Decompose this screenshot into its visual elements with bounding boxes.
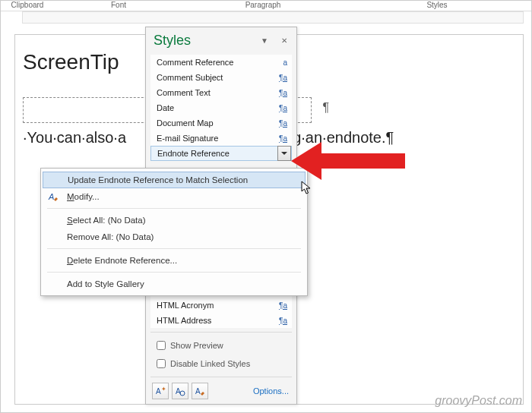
styles-list: Comment Reference a Comment Subject ¶a C…: [150, 55, 292, 161]
styles-pane-footer: A✦ A A Options...: [146, 381, 296, 399]
new-style-icon[interactable]: A✦: [152, 383, 169, 399]
options-link[interactable]: Options...: [253, 386, 289, 396]
ribbon-group-clipboard: Clipboard: [1, 1, 54, 11]
manage-styles-icon[interactable]: A: [192, 383, 208, 399]
style-item-document-map[interactable]: Document Map ¶a: [150, 115, 292, 131]
menu-remove-all[interactable]: Remove All: (No Data): [41, 229, 307, 245]
watermark: groovyPost.com: [435, 394, 522, 408]
menu-update-to-match-selection[interactable]: Update Endnote Reference to Match Select…: [43, 172, 306, 188]
style-dropdown-button[interactable]: [277, 146, 291, 161]
style-item-comment-reference[interactable]: Comment Reference a: [150, 55, 292, 70]
style-inspector-icon[interactable]: A: [172, 383, 188, 399]
menu-delete-style[interactable]: Delete Endnote Reference... Delete Endno…: [41, 252, 307, 269]
style-item-html-address[interactable]: HTML Address ¶a: [150, 313, 292, 328]
style-item-endnote-reference[interactable]: Endnote Reference: [150, 146, 292, 161]
svg-marker-6: [291, 142, 405, 180]
svg-point-3: [180, 391, 185, 396]
close-icon[interactable]: ✕: [278, 34, 290, 46]
ribbon-group-styles: Styles: [343, 1, 531, 11]
style-item-comment-subject[interactable]: Comment Subject ¶a: [150, 70, 292, 85]
ribbon-group-font: Font: [54, 1, 183, 11]
svg-text:A: A: [195, 387, 201, 396]
ruler[interactable]: [22, 11, 524, 24]
svg-text:A: A: [48, 192, 54, 201]
style-item-date[interactable]: Date ¶a: [150, 100, 292, 115]
disable-linked-styles-checkbox[interactable]: Disable Linked Styles: [146, 355, 296, 373]
ribbon: Clipboard Font Paragraph Styles: [1, 1, 531, 11]
modify-icon: A: [47, 191, 59, 203]
svg-text:A: A: [156, 387, 161, 396]
style-item-html-acronym[interactable]: HTML Acronym ¶a: [150, 298, 292, 313]
ribbon-group-paragraph: Paragraph: [183, 1, 343, 11]
style-item-comment-text[interactable]: Comment Text ¶a: [150, 85, 292, 100]
menu-add-to-gallery[interactable]: Add to Style Gallery: [41, 276, 307, 292]
menu-modify[interactable]: A MModify...odify...: [41, 188, 307, 205]
body-text-fragment-left: ·You·can·also·a: [23, 129, 126, 146]
chevron-down-icon[interactable]: ▼: [258, 34, 271, 46]
style-context-menu: Update Endnote Reference to Match Select…: [40, 168, 308, 296]
svg-text:✦: ✦: [161, 386, 166, 393]
styles-pane-title: Styles: [154, 33, 251, 49]
show-preview-checkbox[interactable]: Show Preview: [146, 336, 296, 355]
styles-pane-titlebar: Styles ▼ ✕: [146, 27, 296, 53]
style-item-email-signature[interactable]: E-mail Signature ¶a: [150, 131, 292, 146]
annotation-arrow: [291, 134, 405, 195]
menu-select-all[interactable]: Select All: (No Data) Select All: (No Da…: [41, 212, 307, 229]
